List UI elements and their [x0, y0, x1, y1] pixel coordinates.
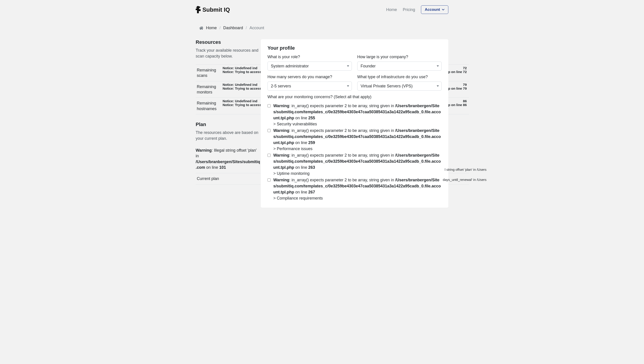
res-label-hostnames: Remaining hostnames [196, 98, 222, 114]
concern-item: Warning: in_array() expects parameter 2 … [268, 103, 442, 127]
concern-item: Warning: in_array() expects parameter 2 … [268, 152, 442, 176]
account-button-label: Account [425, 8, 440, 12]
role-select[interactable]: System administrator [268, 62, 352, 71]
logo-icon [196, 6, 200, 13]
nav-home[interactable]: Home [386, 8, 397, 12]
resources-title: Resources [196, 39, 261, 45]
overflow-text: l string offset 'plan' in /Users [445, 168, 486, 171]
top-nav: Home Pricing Account [386, 6, 448, 14]
company-label: How large is your company? [357, 55, 442, 59]
company-select[interactable]: Founder [357, 62, 442, 71]
breadcrumb-current: Account [250, 26, 264, 30]
concerns-label: What are your monitoring concerns? (Sele… [268, 95, 442, 99]
concern-item: Warning: in_array() expects parameter 2 … [268, 177, 442, 201]
concern-label-security: > Security vulnerabilities [273, 121, 442, 127]
svg-rect-1 [196, 8, 199, 9]
concern-label-performance: > Performance issues [273, 146, 442, 152]
nav-pricing[interactable]: Pricing [403, 8, 415, 12]
logo-text: Submit IQ [202, 6, 230, 13]
concern-label-uptime: > Uptime monitoring [273, 170, 442, 176]
breadcrumb: Home / Dashboard / Account [196, 19, 448, 39]
plan-warning: Warning: Illegal string offset 'plan' in… [196, 148, 261, 170]
res-label-scans: Remaining scans [196, 65, 222, 81]
concern-checkbox-uptime[interactable] [268, 154, 270, 157]
breadcrumb-sep: / [246, 26, 247, 30]
role-label: What is your role? [268, 55, 352, 59]
chevron-down-icon [442, 8, 444, 11]
breadcrumb-home[interactable]: Home [206, 26, 217, 30]
concern-checkbox-performance[interactable] [268, 129, 270, 132]
resources-desc: Track your available resources and scan … [196, 47, 261, 59]
plan-title: Plan [196, 122, 261, 127]
current-plan-label: Current plan [197, 176, 253, 181]
header: Submit IQ Home Pricing Account [196, 0, 448, 19]
breadcrumb-dashboard[interactable]: Dashboard [223, 26, 243, 30]
concern-label-compliance: > Compliance requirements [273, 195, 442, 201]
breadcrumb-sep: / [220, 26, 220, 30]
account-button[interactable]: Account [421, 6, 448, 14]
plan-desc: The resources above are based on your cu… [196, 130, 261, 141]
concern-item: Warning: in_array() expects parameter 2 … [268, 128, 442, 152]
profile-title: Your profile [268, 45, 442, 51]
concerns-list: Warning: in_array() expects parameter 2 … [268, 103, 442, 202]
infra-label: What type of infrastructure do you use? [357, 75, 442, 79]
res-label-monitors: Remaining monitors [196, 81, 222, 98]
servers-select[interactable]: 2-5 servers [268, 82, 352, 91]
infra-select[interactable]: Virtual Private Servers (VPS) [357, 82, 442, 91]
overflow-text: days_until_renewal' in /Users [443, 178, 486, 181]
concern-checkbox-security[interactable] [268, 104, 270, 107]
home-icon[interactable] [199, 26, 203, 30]
profile-card: Your profile What is your role? System a… [261, 39, 448, 208]
servers-label: How many servers do you manage? [268, 75, 352, 79]
svg-rect-0 [196, 7, 198, 8]
concern-checkbox-compliance[interactable] [268, 178, 270, 181]
logo[interactable]: Submit IQ [196, 6, 230, 13]
